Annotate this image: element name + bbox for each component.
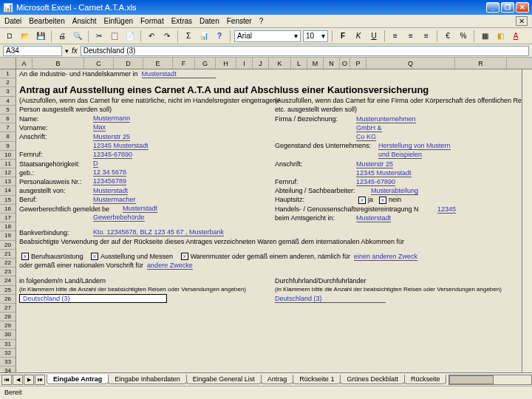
menu-format[interactable]: Format [140,17,164,25]
menu-help[interactable]: ? [259,17,264,25]
undo-icon[interactable]: ↶ [145,30,158,43]
chart-icon[interactable]: 📊 [197,30,211,43]
sheet-tab-6[interactable]: Rückseite [404,375,447,384]
cb-ausstellung[interactable]: x [91,253,98,260]
menu-fenster[interactable]: Fenster [227,17,252,25]
row-header-19[interactable]: 19 [0,231,16,240]
col-header-C[interactable]: C [84,58,114,69]
fill-color-icon[interactable]: ◧ [494,30,507,43]
help-icon[interactable]: ? [213,30,226,43]
doc-close-button[interactable]: ✕ [516,16,528,26]
col-header-Q[interactable]: Q [366,58,455,69]
row-header-16[interactable]: 16 [0,205,16,214]
col-header-F[interactable]: F [173,58,195,69]
row-header-18[interactable]: 18 [0,222,16,231]
row-header-25[interactable]: 25 [0,286,16,295]
row-header-32[interactable]: 32 [0,349,16,358]
menu-einfuegen[interactable]: Einfügen [104,17,133,25]
col-header-D[interactable]: D [114,58,143,69]
row-header-2[interactable]: 2 [0,78,16,87]
menu-daten[interactable]: Daten [200,17,219,25]
minimize-button[interactable]: _ [486,2,499,13]
row-header-30[interactable]: 30 [0,330,16,339]
maximize-button[interactable]: ❐ [501,2,514,13]
sheet-tab-2[interactable]: Eingabe General List [186,375,262,384]
sheet-tab-0[interactable]: Eingabe Antrag [47,375,109,384]
row-header-20[interactable]: 20 [0,241,16,250]
menu-datei[interactable]: Datei [4,17,21,25]
font-name-box[interactable]: Arial▾ [234,30,301,42]
row-header-7[interactable]: 7 [0,123,16,132]
row-header-5[interactable]: 5 [0,106,16,115]
row-header-21[interactable]: 21 [0,250,16,259]
cut-icon[interactable]: ✂ [92,30,106,43]
row-header-24[interactable]: 24 [0,276,16,285]
sheet-tab-3[interactable]: Antrag [261,375,294,384]
menu-bearbeiten[interactable]: Bearbeiten [29,17,64,25]
haupt-ja-checkbox[interactable]: x [358,197,366,204]
save-icon[interactable]: 💾 [34,30,47,43]
col-header-H[interactable]: H [216,58,236,69]
row-header-27[interactable]: 27 [0,304,16,313]
row-header-3[interactable]: 3 [0,87,16,96]
paste-icon[interactable]: 📄 [123,30,137,43]
menu-extras[interactable]: Extras [171,17,192,25]
underline-icon[interactable]: U [367,30,381,43]
redo-icon[interactable]: ↷ [160,30,174,43]
vertical-scrollbar[interactable] [522,69,532,372]
align-center-icon[interactable]: ≡ [404,30,417,43]
fx-icon[interactable]: fx [72,47,78,55]
align-left-icon[interactable]: ≡ [389,30,402,43]
col-header-J[interactable]: J [253,58,269,69]
borders-icon[interactable]: ▦ [478,30,491,43]
row-header-11[interactable]: 11 [0,160,16,168]
row-header-6[interactable]: 6 [0,115,16,123]
col-header-A[interactable]: A [16,58,33,69]
row-header-10[interactable]: 10 [0,151,16,160]
horizontal-scrollbar[interactable] [449,375,532,385]
sheet-tab-5[interactable]: Grünes Deckblatt [340,375,405,384]
font-color-icon[interactable]: A [509,30,522,43]
row-header-23[interactable]: 23 [0,267,16,276]
sheet-tab-1[interactable]: Eingabe Inhaberdaten [108,375,187,384]
name-box[interactable]: A34 [3,46,62,56]
col-header-P[interactable]: P [350,58,366,69]
worksheet-cells[interactable]: An die Industrie- und Handelskammer in M… [16,69,522,372]
preview-icon[interactable]: 🔍 [71,30,84,43]
row-header-1[interactable]: 1 [0,69,16,78]
col-header-R[interactable]: R [455,58,507,69]
col-header-E[interactable]: E [143,58,173,69]
print-icon[interactable]: 🖨 [55,30,69,43]
row-header-26[interactable]: 26 [0,295,16,304]
italic-icon[interactable]: K [352,30,365,43]
new-icon[interactable]: 🗋 [3,30,16,43]
sum-icon[interactable]: Σ [182,30,195,43]
row-header-17[interactable]: 17 [0,214,16,222]
percent-icon[interactable]: % [457,30,470,43]
row-header-15[interactable]: 15 [0,196,16,205]
row-header-13[interactable]: 13 [0,177,16,186]
cb-berufs[interactable]: x [21,253,29,260]
row-header-31[interactable]: 31 [0,340,16,349]
font-size-box[interactable]: 10▾ [303,30,328,42]
row-header-12[interactable]: 12 [0,168,16,177]
row-header-9[interactable]: 9 [0,142,16,151]
col-header-N[interactable]: N [324,58,340,69]
select-all-corner[interactable] [0,58,16,69]
tab-next-icon[interactable]: ▶ [24,375,34,385]
align-right-icon[interactable]: ≡ [420,30,433,43]
currency-icon[interactable]: € [441,30,454,43]
row-header-28[interactable]: 28 [0,313,16,321]
haupt-nein-checkbox[interactable]: x [379,197,386,204]
row-header-8[interactable]: 8 [0,132,16,141]
bold-icon[interactable]: F [336,30,349,43]
dropdown-icon[interactable]: ▾ [65,47,69,55]
close-button[interactable]: ✕ [516,2,529,13]
menu-ansicht[interactable]: Ansicht [72,17,97,25]
row-header-22[interactable]: 22 [0,259,16,267]
col-header-I[interactable]: I [236,58,253,69]
col-header-L[interactable]: L [291,58,307,69]
tab-last-icon[interactable]: ⏭ [35,375,45,385]
row-header-4[interactable]: 4 [0,97,16,106]
col-header-G[interactable]: G [195,58,216,69]
